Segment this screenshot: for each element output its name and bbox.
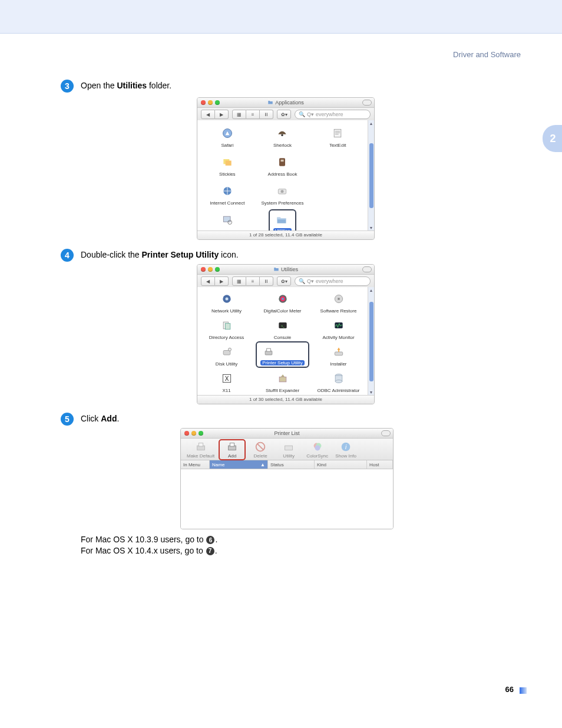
toolbar: Make Default Add Delete Utility ColorSyn… bbox=[181, 439, 393, 460]
internet-connect-icon bbox=[222, 185, 233, 197]
back-button[interactable]: ◀ bbox=[201, 276, 215, 286]
step-text: Open the Utilities folder. bbox=[81, 81, 171, 90]
page-accent bbox=[520, 687, 527, 694]
app-internet-connect[interactable]: Internet Connect bbox=[200, 183, 255, 206]
toolbar-toggle-icon[interactable] bbox=[362, 100, 372, 106]
util-directory-access[interactable]: Directory Access bbox=[199, 317, 254, 340]
disk-icon bbox=[221, 346, 233, 358]
app-sherlock[interactable]: Sherlock bbox=[255, 125, 310, 148]
folder-utilities[interactable]: Utilities bbox=[255, 212, 310, 231]
util-x11[interactable]: X X11 bbox=[199, 370, 254, 393]
stuffit-icon bbox=[277, 373, 289, 384]
vertical-scrollbar[interactable]: ▲ ▼ bbox=[368, 120, 374, 231]
col-kind[interactable]: Kind bbox=[315, 460, 367, 469]
view-columns-button[interactable]: ⫼ bbox=[260, 276, 273, 286]
svg-rect-2 bbox=[334, 129, 341, 137]
step-5: 5 Click Add. bbox=[61, 413, 119, 426]
util-installer[interactable]: Installer bbox=[310, 344, 366, 367]
forward-button[interactable]: ▶ bbox=[215, 276, 229, 286]
scroll-up-icon[interactable]: ▲ bbox=[369, 288, 373, 292]
info-icon: i bbox=[339, 440, 352, 453]
icon-area: Network Utility DigitalColor Meter Softw… bbox=[197, 287, 368, 396]
step-text: Double-click the Printer Setup Utility i… bbox=[81, 250, 239, 259]
os-notes: For Mac OS X 10.3.9 users, go to 6. For … bbox=[81, 534, 217, 556]
util-software-restore[interactable]: Software Restore bbox=[310, 291, 366, 314]
app-safari[interactable]: Safari bbox=[200, 125, 255, 148]
action-menu-button[interactable]: ✿▾ bbox=[277, 276, 291, 286]
util-odbc[interactable]: ODBC Administrator bbox=[310, 370, 366, 393]
app-preview[interactable]: Preview bbox=[200, 212, 255, 231]
colorsync-button[interactable]: ColorSync bbox=[306, 441, 328, 459]
make-default-button[interactable]: Make Default bbox=[187, 441, 214, 459]
utility-button[interactable]: Utility bbox=[278, 441, 299, 459]
view-list-button[interactable]: ≡ bbox=[246, 110, 260, 119]
app-textedit[interactable]: TextEdit bbox=[310, 125, 365, 148]
nav-buttons[interactable]: ◀ ▶ bbox=[201, 276, 229, 286]
util-console[interactable]: >_ Console bbox=[254, 317, 310, 340]
svg-point-44 bbox=[315, 445, 320, 450]
view-icons-button[interactable]: ▦ bbox=[232, 276, 246, 286]
vertical-scrollbar[interactable]: ▲ ▼ bbox=[368, 287, 374, 396]
network-icon bbox=[221, 293, 233, 305]
action-menu-button[interactable]: ✿▾ bbox=[277, 110, 291, 119]
utility-icon bbox=[282, 440, 295, 453]
console-icon: >_ bbox=[277, 319, 289, 331]
view-buttons[interactable]: ▦ ≡ ⫼ bbox=[232, 276, 273, 286]
view-icons-button[interactable]: ▦ bbox=[232, 110, 246, 119]
util-disk-utility[interactable]: Disk Utility bbox=[199, 344, 254, 367]
svg-rect-20 bbox=[225, 324, 230, 330]
page-number: 66 bbox=[505, 685, 514, 694]
add-button[interactable]: Add bbox=[219, 439, 246, 460]
scroll-up-icon[interactable]: ▲ bbox=[369, 121, 373, 126]
printer-icon bbox=[194, 440, 207, 453]
col-status[interactable]: Status bbox=[268, 460, 315, 469]
search-input[interactable]: 🔍 Q▾ everywhere bbox=[295, 110, 371, 119]
status-bar: 1 of 30 selected, 11.4 GB available bbox=[197, 395, 374, 404]
col-in-menu[interactable]: In Menu bbox=[181, 460, 210, 469]
col-host[interactable]: Host bbox=[367, 460, 393, 469]
chapter-title: Driver and Software bbox=[453, 50, 521, 59]
nav-buttons[interactable]: ◀ ▶ bbox=[201, 110, 229, 119]
util-stuffit[interactable]: StuffIt Expander bbox=[254, 370, 310, 393]
delete-icon bbox=[254, 440, 267, 453]
view-columns-button[interactable]: ⫼ bbox=[260, 110, 273, 119]
delete-button[interactable]: Delete bbox=[250, 441, 271, 459]
view-buttons[interactable]: ▦ ≡ ⫼ bbox=[232, 110, 273, 119]
svg-line-40 bbox=[258, 444, 263, 449]
scroll-down-icon[interactable]: ▼ bbox=[369, 390, 373, 394]
util-printer-setup[interactable]: Printer Setup Utility bbox=[254, 344, 310, 367]
scroll-thumb[interactable] bbox=[369, 143, 373, 208]
app-addressbook[interactable]: Address Book bbox=[255, 154, 310, 177]
folder-utilities-icon bbox=[273, 266, 279, 272]
svg-text:>_: >_ bbox=[281, 324, 285, 328]
svg-rect-18 bbox=[338, 298, 339, 299]
view-list-button[interactable]: ≡ bbox=[246, 276, 260, 286]
titlebar: Printer List bbox=[181, 429, 393, 439]
show-info-button[interactable]: i Show Info bbox=[335, 441, 356, 459]
util-digitalcolor[interactable]: DigitalColor Meter bbox=[254, 291, 310, 314]
svg-rect-28 bbox=[335, 352, 342, 355]
toolbar-toggle-icon[interactable] bbox=[362, 266, 372, 272]
back-button[interactable]: ◀ bbox=[201, 110, 215, 119]
svg-point-1 bbox=[282, 134, 283, 136]
titlebar: Applications bbox=[197, 98, 374, 108]
step-3: 3 Open the Utilities folder. bbox=[61, 80, 171, 93]
column-headers[interactable]: In Menu Name▲ Status Kind Host bbox=[181, 460, 393, 469]
toolbar-toggle-icon[interactable] bbox=[381, 430, 391, 436]
col-name[interactable]: Name▲ bbox=[210, 460, 268, 469]
scroll-down-icon[interactable]: ▼ bbox=[369, 226, 373, 230]
textedit-icon bbox=[332, 127, 343, 139]
addressbook-icon bbox=[276, 156, 288, 168]
status-bar: 1 of 28 selected, 11.4 GB available bbox=[197, 230, 374, 239]
printer-list-window: Printer List Make Default Add Delete Uti… bbox=[180, 428, 394, 529]
search-input[interactable]: 🔍 Q▾ everywhere bbox=[295, 276, 371, 286]
forward-button[interactable]: ▶ bbox=[215, 110, 229, 119]
scroll-thumb[interactable] bbox=[369, 302, 373, 381]
svg-point-9 bbox=[281, 190, 284, 193]
app-stickies[interactable]: Stickies bbox=[200, 154, 255, 177]
svg-rect-41 bbox=[285, 446, 293, 450]
app-system-preferences[interactable]: System Preferences bbox=[255, 183, 310, 206]
sherlock-icon bbox=[276, 127, 288, 139]
util-network[interactable]: Network Utility bbox=[199, 291, 254, 314]
util-activity-monitor[interactable]: Activity Monitor bbox=[310, 317, 366, 340]
